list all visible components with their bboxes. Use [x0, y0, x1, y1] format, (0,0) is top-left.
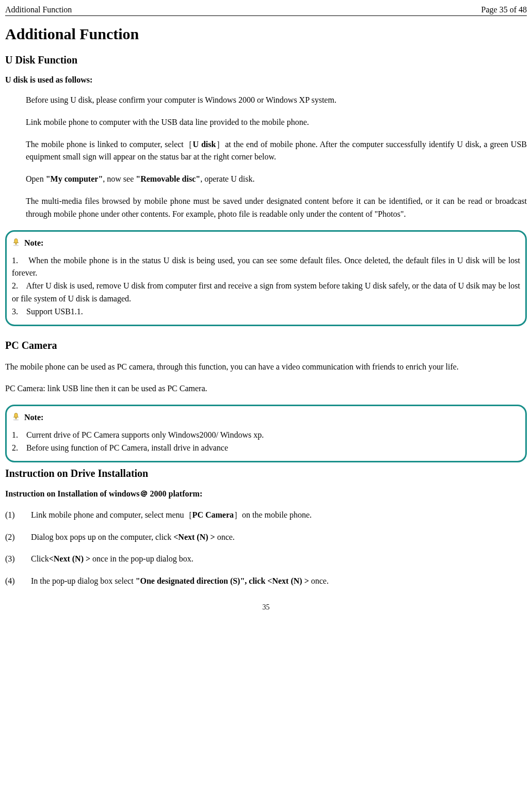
udisk-subheading: U disk is used as follows:: [5, 75, 527, 85]
udisk-p4: Open "My computer", now see "Removable d…: [26, 173, 527, 186]
text: Support USB1.1.: [26, 307, 83, 316]
text: Dialog box pops up on the computer, clic…: [31, 531, 527, 544]
note-header: Note:: [12, 412, 520, 423]
text: When the mobile phone is in the status U…: [12, 256, 520, 278]
svg-point-3: [13, 420, 19, 421]
text: , now see: [103, 174, 136, 183]
drive-subheading: Instruction on Installation of windows＠ …: [5, 489, 527, 500]
note-label: Note:: [24, 413, 43, 422]
num: (3): [5, 553, 31, 566]
text: Click: [31, 554, 49, 563]
bell-icon: [12, 412, 20, 423]
text: Before using function of PC Camera, inst…: [26, 443, 228, 452]
note-header: Note:: [12, 238, 520, 248]
text: once.: [311, 576, 329, 585]
drive-heading: Instruction on Drive Installation: [5, 468, 527, 479]
udisk-heading: U Disk Function: [5, 54, 527, 66]
note1-line2: 2. After U disk is used, remove U disk f…: [12, 280, 520, 306]
text: In the pop-up dialog box select "One des…: [31, 575, 527, 588]
note1-line3: 3. Support USB1.1.: [12, 306, 520, 318]
header-left: Additional Function: [5, 5, 72, 14]
text: After U disk is used, remove U disk from…: [12, 281, 520, 303]
text: Link mobile phone and computer, select m…: [31, 510, 192, 519]
page-number: 35: [5, 603, 527, 612]
note-box-2: Note: 1. Current drive of PC Camera supp…: [5, 405, 527, 462]
page-title: Additional Function: [5, 25, 527, 43]
text-bold: PC Camera: [192, 510, 234, 519]
text: Link mobile phone and computer, select m…: [31, 509, 527, 522]
svg-point-1: [13, 245, 19, 246]
svg-point-0: [15, 243, 17, 245]
text: Open: [26, 174, 46, 183]
udisk-p3: The mobile phone is linked to computer, …: [26, 138, 527, 164]
text-bold: "My computer": [46, 174, 103, 183]
udisk-p5: The multi-media files browsed by mobile …: [26, 195, 527, 221]
pc-p2: PC Camera: link USB line then it can be …: [5, 382, 527, 395]
text-bold: <Next (N) >: [49, 554, 92, 563]
text: once in the pop-up dialog box.: [92, 554, 194, 563]
page-header: Additional Function Page 35 of 48: [5, 5, 527, 16]
drive-step-2: (2) Dialog box pops up on the computer, …: [5, 531, 527, 544]
drive-step-3: (3) Click<Next (N) > once in the pop-up …: [5, 553, 527, 566]
pc-p1: The mobile phone can be used as PC camer…: [5, 361, 527, 374]
num: 1.: [12, 430, 18, 439]
num: (4): [5, 575, 31, 588]
drive-step-1: (1) Link mobile phone and computer, sele…: [5, 509, 527, 522]
text-bold: "One designated direction (S)", click <N…: [136, 576, 311, 585]
num: 1.: [12, 256, 18, 265]
note-box-1: Note: 1. When the mobile phone is in the…: [5, 230, 527, 326]
note2-line1: 1. Current drive of PC Camera supports o…: [12, 429, 520, 442]
text: once.: [217, 533, 235, 541]
num: 2.: [12, 443, 18, 452]
text-bold: U disk: [193, 140, 216, 149]
text-bold: "Removable disc": [136, 174, 200, 183]
num: (2): [5, 531, 31, 544]
text: ］on the mobile phone.: [234, 510, 312, 519]
text: The mobile phone is linked to computer, …: [26, 140, 193, 149]
bell-icon: [12, 238, 20, 248]
drive-step-4: (4) In the pop-up dialog box select "One…: [5, 575, 527, 588]
udisk-p2: Link mobile phone to computer with the U…: [26, 116, 527, 129]
text: , operate U disk.: [200, 174, 254, 183]
num: 2.: [12, 281, 18, 290]
udisk-p1: Before using U disk, please confirm your…: [26, 94, 527, 107]
note-label: Note:: [24, 238, 43, 248]
text: Current drive of PC Camera supports only…: [26, 430, 264, 439]
text: Click<Next (N) > once in the pop-up dial…: [31, 553, 527, 566]
text: Dialog box pops up on the computer, clic…: [31, 533, 173, 541]
svg-point-2: [15, 418, 17, 419]
header-right: Page 35 of 48: [481, 5, 527, 14]
note1-line1: 1. When the mobile phone is in the statu…: [12, 254, 520, 280]
note2-line2: 2. Before using function of PC Camera, i…: [12, 442, 520, 455]
text-bold: <Next (N) >: [173, 533, 217, 541]
num: 3.: [12, 307, 18, 316]
num: (1): [5, 509, 31, 522]
pc-heading: PC Camera: [5, 340, 527, 351]
text: In the pop-up dialog box select: [31, 576, 136, 585]
